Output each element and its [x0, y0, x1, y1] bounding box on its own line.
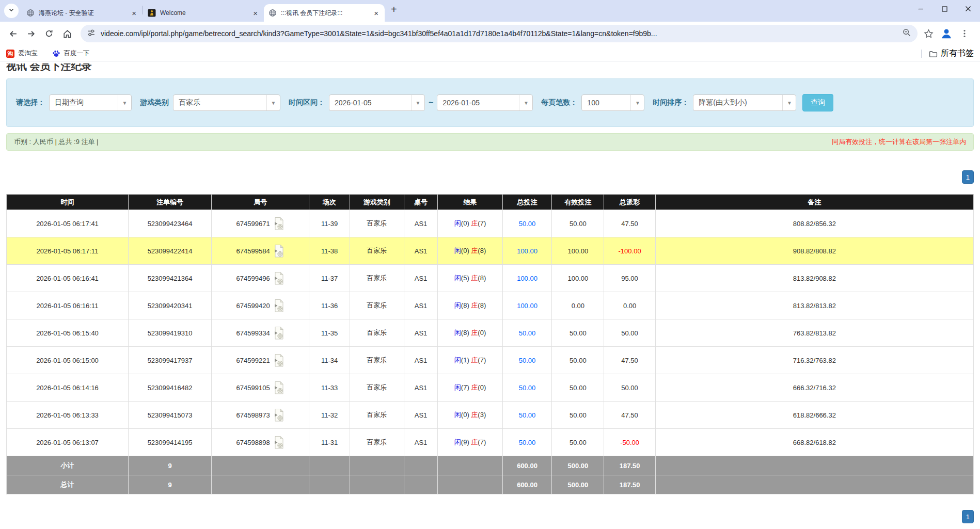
page-size-select[interactable]: 100 ▼ — [581, 94, 644, 111]
chevron-down-icon — [8, 6, 15, 15]
sort-select[interactable]: 降冪(由大到小) ▼ — [693, 94, 796, 111]
table-row: 2026-01-05 06:17:41523099423464674599671… — [7, 210, 974, 237]
profile-avatar-icon[interactable] — [939, 26, 954, 41]
video-replay-icon[interactable] — [273, 271, 284, 285]
globe-icon — [268, 9, 277, 17]
total-bet-link[interactable]: 100.00 — [517, 247, 538, 255]
remark-cell: 813.82/908.82 — [655, 265, 973, 292]
all-bookmarks[interactable]: 所有书签 — [921, 48, 974, 59]
round-cell: 674599105 — [212, 374, 309, 402]
tab-search-button[interactable] — [4, 4, 19, 18]
site-info-icon[interactable] — [87, 28, 96, 39]
video-replay-icon[interactable] — [273, 408, 284, 422]
tab-bet-record-active[interactable]: :::视讯 会员下注纪录::: × — [264, 4, 385, 22]
result-cell: 闲(0) 庄(8) — [438, 237, 502, 265]
total-valid-bet: 500.00 — [552, 475, 604, 494]
result-cell: 闲(8) 庄(0) — [438, 319, 502, 347]
col-valid-bet: 有效投注 — [552, 195, 604, 210]
remark-cell: 668.82/618.82 — [655, 429, 973, 456]
total-bet-cell: 100.00 — [502, 237, 552, 265]
time-cell: 2026-01-05 06:15:40 — [7, 319, 129, 347]
payout-cell: 50.00 — [604, 319, 655, 347]
table-no-cell: AS1 — [404, 374, 438, 402]
total-bet-link[interactable]: 50.00 — [519, 411, 536, 419]
folder-icon — [929, 50, 937, 58]
payout-cell: 47.50 — [604, 402, 655, 429]
total-bet-cell: 100.00 — [502, 265, 552, 292]
total-bet-cell: 50.00 — [502, 210, 552, 237]
total-bet-link[interactable]: 100.00 — [517, 275, 538, 282]
navigation-bar: videoie.com/ipl/portal.php/game/betrecor… — [0, 22, 980, 45]
url-bar[interactable]: videoie.com/ipl/portal.php/game/betrecor… — [81, 25, 918, 42]
tab-forum[interactable]: 海燕论坛 - 安全验证 × — [22, 4, 143, 22]
bet-id-cell: 523099423464 — [128, 210, 211, 237]
date-from-select[interactable]: 2026-01-05 ▼ — [329, 94, 425, 111]
query-type-select[interactable]: 日期查询 ▼ — [49, 94, 132, 111]
video-replay-icon[interactable] — [273, 299, 284, 313]
session-cell: 11-37 — [309, 265, 350, 292]
new-tab-button[interactable]: + — [391, 4, 397, 15]
total-bet-link[interactable]: 50.00 — [519, 220, 536, 228]
video-replay-icon[interactable] — [273, 217, 284, 231]
bookmark-star-icon[interactable] — [921, 26, 936, 41]
total-bet-link[interactable]: 50.00 — [519, 357, 536, 364]
zoom-magnifier-icon[interactable] — [902, 28, 911, 39]
page-1-button[interactable]: 1 — [962, 170, 974, 184]
game-type-select[interactable]: 百家乐 ▼ — [173, 94, 280, 111]
summary-bar: 币别 : 人民币 | 总共 :9 注单 | 同局有效投注，统一计算在该局第一张注… — [6, 133, 974, 151]
total-bet-link[interactable]: 100.00 — [517, 302, 538, 310]
page-size-label: 每页笔数： — [541, 98, 577, 107]
tab-title: Welcome — [160, 9, 248, 17]
round-cell: 674599420 — [212, 292, 309, 319]
bookmark-baidu[interactable]: 百度一下 — [52, 49, 90, 58]
total-bet-link[interactable]: 50.00 — [519, 384, 536, 392]
close-icon[interactable]: × — [251, 9, 259, 18]
back-button[interactable] — [5, 26, 21, 41]
page-1-button[interactable]: 1 — [962, 510, 974, 523]
bet-record-table: 时间 注单编号 局号 场次 游戏类别 桌号 结果 总投注 有效投注 总派彩 备注… — [6, 194, 974, 494]
round-cell: 674599584 — [212, 237, 309, 265]
maximize-button[interactable] — [932, 0, 956, 18]
refresh-button[interactable] — [41, 26, 57, 41]
forward-button[interactable] — [23, 26, 39, 41]
bookmark-taobao[interactable]: 淘 爱淘宝 — [6, 49, 38, 58]
url-text[interactable]: videoie.com/ipl/portal.php/game/betrecor… — [101, 29, 897, 38]
close-icon[interactable]: × — [130, 9, 138, 18]
time-cell: 2026-01-05 06:17:11 — [7, 237, 129, 265]
payout-cell: 50.00 — [604, 374, 655, 402]
chevron-down-icon: ▼ — [266, 95, 280, 110]
valid-bet-cell: 50.00 — [552, 374, 604, 402]
round-cell: 674598898 — [212, 429, 309, 456]
tab-welcome[interactable]: Welcome × — [143, 4, 264, 22]
tab-strip: 海燕论坛 - 安全验证 × Welcome × :::视讯 会员下注纪录::: … — [0, 0, 980, 22]
table-no-cell: AS1 — [404, 265, 438, 292]
video-replay-icon[interactable] — [273, 244, 284, 258]
query-button[interactable]: 查询 — [802, 94, 833, 111]
pagination-top: 1 — [6, 170, 974, 184]
bet-id-cell: 523099420341 — [128, 292, 211, 319]
subtotal-count: 9 — [128, 456, 211, 475]
close-window-button[interactable] — [956, 0, 980, 18]
game-cell: 百家乐 — [350, 292, 404, 319]
minimize-button[interactable] — [909, 0, 932, 18]
browser-menu-icon[interactable] — [957, 26, 972, 41]
total-bet-link[interactable]: 50.00 — [519, 329, 536, 337]
date-to-select[interactable]: 2026-01-05 ▼ — [437, 94, 533, 111]
subtotal-label: 小计 — [7, 456, 129, 475]
video-replay-icon[interactable] — [273, 326, 284, 340]
col-result: 结果 — [438, 195, 502, 210]
valid-bet-cell: 50.00 — [552, 319, 604, 347]
table-row: 2026-01-05 06:16:11523099420341674599420… — [7, 292, 974, 319]
video-replay-icon[interactable] — [273, 354, 284, 367]
video-replay-icon[interactable] — [273, 381, 284, 395]
table-row: 2026-01-05 06:15:40523099419310674599334… — [7, 319, 974, 347]
browser-window: 海燕论坛 - 安全验证 × Welcome × :::视讯 会员下注纪录::: … — [0, 0, 980, 62]
close-icon[interactable]: × — [372, 9, 380, 18]
video-replay-icon[interactable] — [273, 436, 284, 450]
total-bet-link[interactable]: 50.00 — [519, 439, 536, 446]
chevron-down-icon: ▼ — [118, 95, 131, 110]
time-cell: 2026-01-05 06:16:11 — [7, 292, 129, 319]
game-cell: 百家乐 — [350, 429, 404, 456]
result-cell: 闲(9) 庄(7) — [438, 429, 502, 456]
home-button[interactable] — [59, 26, 75, 41]
